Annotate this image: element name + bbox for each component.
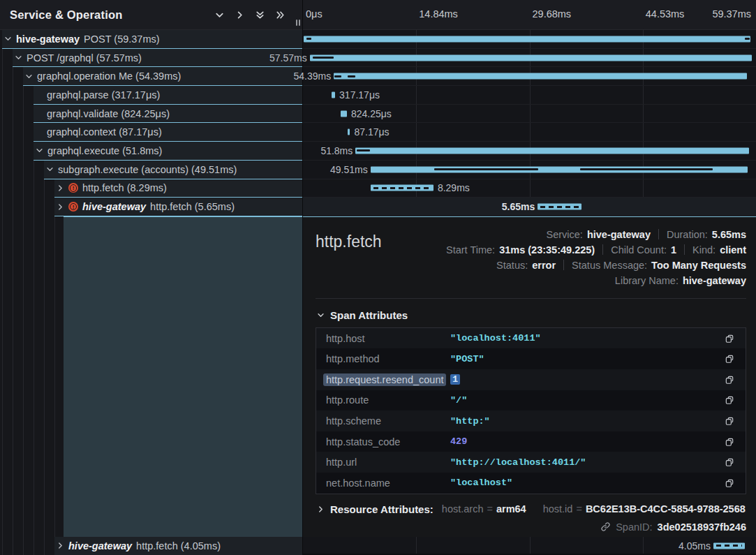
service-name: hive-gateway xyxy=(82,201,146,212)
attribute-key: http.request.resend_count xyxy=(326,374,450,385)
tree-row[interactable]: POST /graphql (57.57ms) xyxy=(13,49,302,68)
attribute-key: net.host.name xyxy=(326,478,450,489)
duration-label: 5.65ms xyxy=(502,201,535,212)
tree-rows-below-detail: hive-gatewayhttp.fetch (4.05ms) xyxy=(0,537,302,555)
chevron-down-icon[interactable] xyxy=(15,54,22,61)
span-bar[interactable] xyxy=(341,110,347,117)
timeline-row[interactable]: 317.17μs xyxy=(303,86,756,105)
span-bar[interactable] xyxy=(334,73,747,80)
copy-icon[interactable] xyxy=(723,415,736,427)
span-bar[interactable] xyxy=(371,185,433,191)
span-attributes-title: Span Attributes xyxy=(330,309,408,321)
span-bar[interactable] xyxy=(713,542,745,549)
timeline-row[interactable] xyxy=(303,30,756,49)
chevron-down-icon[interactable] xyxy=(4,35,12,43)
span-detail-panel: http.fetch Service:hive-gatewayDuration:… xyxy=(303,216,756,537)
meta-label: Service: xyxy=(547,229,583,240)
chevron-right-icon[interactable] xyxy=(57,184,64,192)
tree-row[interactable]: hive-gatewayhttp.fetch (4.05ms) xyxy=(54,537,302,555)
span-bar[interactable] xyxy=(310,54,752,61)
span-bar[interactable] xyxy=(371,166,748,172)
timeline-row[interactable]: 5.65ms xyxy=(303,198,756,216)
span-bar[interactable] xyxy=(332,91,335,98)
attribute-row: http.status_code429 xyxy=(316,431,746,452)
timeline-row[interactable]: 51.8ms xyxy=(303,142,756,161)
tree-row[interactable]: hive-gatewayhttp.fetch (5.65ms) xyxy=(54,198,302,216)
tree-row[interactable]: graphql.parse (317.17μs) xyxy=(34,86,302,105)
tree-row[interactable]: hive-gatewayPOST (59.37ms) xyxy=(2,30,302,49)
panel-resize-handle[interactable] xyxy=(296,20,300,26)
attribute-key: http.host xyxy=(326,333,450,344)
timeline-row[interactable]: 4.05ms xyxy=(303,537,756,555)
attribute-value: "http:" xyxy=(450,416,490,427)
copy-icon[interactable] xyxy=(723,353,736,365)
service-name: hive-gateway xyxy=(68,540,132,552)
timeline-row[interactable]: 54.39ms xyxy=(303,67,756,86)
chevron-down-icon[interactable] xyxy=(25,73,33,80)
tree-row[interactable]: graphql.validate (824.25μs) xyxy=(34,105,302,124)
resource-attributes-row[interactable]: Resource Attributes: host.arch = arm64 h… xyxy=(316,503,746,515)
child-span-marker xyxy=(348,75,355,77)
child-span-marker xyxy=(313,57,334,59)
span-meta-line: Status:errorStatus Message:Too Many Requ… xyxy=(496,258,746,273)
chevron-down-icon[interactable] xyxy=(46,165,54,173)
span-meta-line: Service:hive-gatewayDuration:5.65ms xyxy=(547,227,747,242)
timeline-row[interactable]: 49.51ms xyxy=(303,161,756,179)
span-bar[interactable] xyxy=(348,129,350,135)
double-chevron-down-icon[interactable] xyxy=(254,9,265,20)
attribute-value: "http://localhost:4011/" xyxy=(450,457,586,468)
double-chevron-right-icon[interactable] xyxy=(274,9,286,20)
meta-value: error xyxy=(532,260,556,271)
tree-row[interactable]: graphql.execute (51.8ms) xyxy=(34,142,302,161)
time-tick-label: 44.53ms xyxy=(646,8,685,20)
chevron-right-icon[interactable] xyxy=(57,542,64,549)
timeline-row[interactable]: 824.25μs xyxy=(303,105,756,124)
copy-icon[interactable] xyxy=(723,373,736,386)
span-attributes-header[interactable]: Span Attributes xyxy=(317,309,746,321)
tree-row[interactable]: http.fetch (8.29ms) xyxy=(54,179,302,198)
copy-icon[interactable] xyxy=(723,394,736,406)
copy-icon[interactable] xyxy=(723,456,736,468)
copy-icon[interactable] xyxy=(723,332,736,345)
tree-row[interactable]: graphql.operation Me (54.39ms) xyxy=(23,67,302,86)
span-id-value: 3de02518937fb246 xyxy=(658,521,746,533)
chevron-right-icon[interactable] xyxy=(57,203,64,211)
span-bar[interactable] xyxy=(538,204,581,210)
meta-label: Library Name: xyxy=(615,275,679,286)
error-icon xyxy=(68,202,78,212)
time-tick-label: 14.84ms xyxy=(419,8,458,20)
chevron-down-icon[interactable] xyxy=(36,147,43,154)
duration-label: 4.05ms xyxy=(679,540,711,552)
meta-label: Kind: xyxy=(692,244,716,256)
chevron-right-icon xyxy=(317,505,325,513)
tree-row[interactable]: graphql.context (87.17μs) xyxy=(34,123,302,142)
span-meta: Service:hive-gatewayDuration:5.65msStart… xyxy=(446,227,746,288)
equals-sign: = xyxy=(576,503,581,515)
tree-row[interactable]: subgraph.execute (accounts) (49.51ms) xyxy=(44,161,302,179)
link-icon[interactable] xyxy=(600,521,611,532)
child-span-marker xyxy=(745,38,749,40)
resource-attributes-title: Resource Attributes: xyxy=(330,503,433,515)
meta-label: Status Message: xyxy=(572,260,647,271)
span-name: POST /graphql (57.57ms) xyxy=(27,52,142,64)
span-bar[interactable] xyxy=(355,147,749,154)
attribute-key: http.url xyxy=(326,457,450,468)
meta-value: 1 xyxy=(671,244,676,256)
meta-value: hive-gateway xyxy=(683,275,746,286)
meta-value: 31ms (23:35:49.225) xyxy=(499,244,595,256)
chevron-right-icon[interactable] xyxy=(234,9,245,20)
attribute-value: "/" xyxy=(450,395,467,406)
attribute-row: http.method"POST" xyxy=(316,348,746,369)
tree-header-toolbar xyxy=(214,9,286,20)
duration-label: 49.51ms xyxy=(330,164,368,175)
timeline-row[interactable]: 57.57ms xyxy=(303,49,756,68)
span-name: graphql.validate (824.25μs) xyxy=(47,108,170,119)
meta-value: Too Many Requests xyxy=(651,260,746,271)
chevron-down-icon[interactable] xyxy=(214,9,225,20)
timeline-row[interactable]: 8.29ms xyxy=(303,179,756,198)
timeline-row[interactable]: 87.17μs xyxy=(303,123,756,142)
copy-icon[interactable] xyxy=(723,436,736,448)
span-bar[interactable] xyxy=(304,36,750,42)
child-span-marker xyxy=(357,149,370,151)
copy-icon[interactable] xyxy=(723,477,736,489)
